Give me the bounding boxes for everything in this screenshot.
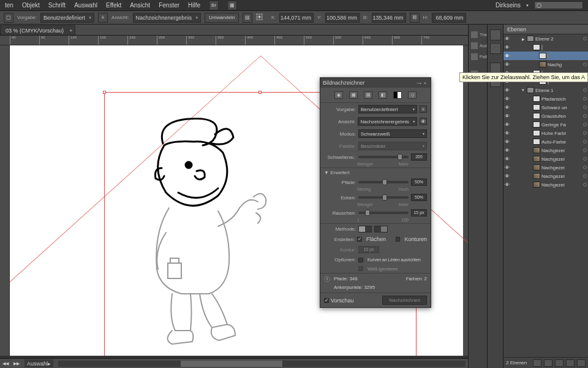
layer-name[interactable]: Ebene 1 [535, 88, 582, 93]
preset-menu-icon[interactable]: ≡ [420, 105, 427, 113]
layer-row[interactable]: 👁Auto-Farbe [503, 137, 588, 146]
reference-point-icon[interactable] [256, 13, 267, 22]
visibility-icon[interactable]: 👁 [503, 131, 511, 136]
preset-hi-icon[interactable]: ▦ [349, 91, 358, 99]
layer-name[interactable]: Nachgezei [541, 182, 582, 188]
collapse-icon[interactable]: −• [416, 80, 422, 86]
visibility-icon[interactable]: 👁 [503, 139, 511, 145]
trace-button[interactable]: Nachzeichnen [382, 296, 427, 305]
expand-button[interactable]: Umwandeln [205, 13, 239, 23]
layer-name[interactable]: Schwarz un [541, 105, 582, 110]
target-icon[interactable] [548, 53, 549, 59]
visibility-icon[interactable]: 👁 [503, 148, 511, 153]
layer-name[interactable]: Nachgezei [541, 148, 582, 153]
y-input[interactable]: 100,586 mm [325, 13, 360, 23]
swatches-icon[interactable] [490, 43, 501, 54]
visibility-icon[interactable]: 👁 [503, 45, 511, 50]
strokes-checkbox[interactable] [396, 237, 401, 242]
dock-transform[interactable]: Transformieren [469, 29, 487, 39]
layer-row[interactable]: 👁Nachg [503, 60, 588, 69]
layer-name[interactable]: Geringe Fa [541, 122, 582, 128]
menu-item[interactable]: Auswahl [74, 2, 97, 9]
search-input[interactable] [534, 1, 583, 9]
layer-name[interactable]: Nachgezei [541, 165, 582, 171]
visibility-icon[interactable]: 👁 [503, 165, 511, 171]
target-icon[interactable] [583, 105, 587, 109]
clip-mask-icon[interactable] [544, 359, 552, 367]
corners-value[interactable]: 50% [411, 194, 427, 201]
layer-name[interactable]: Pfadansich [541, 96, 582, 102]
target-icon[interactable] [583, 114, 587, 118]
menu-item[interactable]: Effekt [106, 2, 121, 9]
visibility-icon[interactable]: 👁 [503, 182, 511, 188]
nav-prev-icon[interactable]: ◀◀ [2, 361, 9, 366]
trace-mode-dropdown[interactable]: Schwarzweiß [358, 129, 427, 138]
new-layer-icon[interactable] [566, 359, 575, 367]
preset-bw-icon[interactable] [393, 91, 402, 99]
layer-name[interactable]: Nachgezei [541, 174, 582, 179]
h-input[interactable]: 68,609 mm [432, 13, 466, 23]
corners-slider[interactable] [358, 196, 409, 199]
target-icon[interactable] [583, 148, 587, 152]
menu-item[interactable]: Ansicht [130, 2, 150, 9]
preset-lo-icon[interactable]: ▤ [364, 91, 372, 99]
target-icon[interactable] [583, 157, 587, 161]
paths-value[interactable]: 50% [411, 178, 427, 186]
menu-item[interactable]: Fenster [159, 2, 179, 9]
layout-icon[interactable]: ▦ [227, 1, 237, 10]
target-icon[interactable] [583, 140, 587, 144]
target-icon[interactable] [583, 183, 587, 186]
close-icon[interactable]: × [422, 80, 428, 86]
visibility-icon[interactable]: 👁 [503, 174, 511, 179]
preset-dropdown[interactable]: Benutzerdefiniert [40, 13, 94, 23]
layer-name[interactable]: Hohe Farbt [541, 131, 582, 136]
fills-checkbox[interactable] [357, 237, 362, 242]
locate-icon[interactable] [533, 359, 541, 367]
visibility-icon[interactable]: 👁 [503, 156, 511, 162]
target-icon[interactable] [583, 174, 587, 178]
disclosure-icon[interactable]: ▼ [521, 88, 526, 92]
advanced-section[interactable]: ▼ Erweitert [320, 167, 431, 177]
link-wh-icon[interactable]: ⛓ [410, 13, 420, 23]
layer-row[interactable]: 👁Nachgezei [503, 172, 588, 180]
status-selection[interactable]: Auswahl ▸ [24, 359, 53, 367]
scrollbar-thumb[interactable] [181, 361, 282, 367]
visibility-icon[interactable]: 👁 [503, 36, 511, 42]
visibility-icon[interactable]: 👁 [503, 96, 511, 102]
paths-slider[interactable] [358, 181, 409, 183]
panel-header[interactable]: Bildnachzeichner −• × [320, 78, 431, 88]
layer-name[interactable]: Nachg [548, 62, 582, 67]
workspace-switcher[interactable]: Dirkseins [496, 2, 521, 9]
scrollbar-horizontal[interactable] [58, 361, 466, 367]
eye-icon[interactable]: 👁 [420, 118, 427, 125]
layer-row[interactable]: 👁Geringe Fa [503, 120, 588, 129]
view-dropdown[interactable]: Nachzeichnenergebnis [133, 13, 202, 23]
threshold-value[interactable]: 205 [411, 153, 427, 161]
preset-auto-icon[interactable]: ◉ [334, 91, 343, 99]
visibility-icon[interactable]: 👁 [503, 122, 511, 128]
ruler-horizontal[interactable]: 4090140190240290340390440490540590640690… [0, 36, 468, 45]
layer-row[interactable]: 👁Schwarz un [503, 103, 588, 112]
layer-name[interactable]: Ebene 2 [535, 36, 582, 42]
menu-item[interactable]: Objekt [22, 2, 40, 9]
ruler-vertical[interactable] [0, 45, 10, 356]
visibility-icon[interactable]: 👁 [503, 53, 511, 59]
trace-panel-icon[interactable]: ▤ [243, 13, 252, 23]
preset-outline-icon[interactable]: ◇ [408, 91, 417, 99]
x-input[interactable]: 144,071 mm [279, 13, 314, 23]
noise-slider[interactable] [358, 212, 409, 214]
layer-row[interactable]: 👁Graustufen [503, 112, 588, 120]
method-toggle-abutting[interactable] [358, 226, 372, 232]
visibility-icon[interactable]: 👁 [503, 113, 511, 119]
layer-row[interactable]: 👁 [503, 52, 588, 60]
disclosure-icon[interactable]: ▶ [521, 37, 526, 41]
target-icon[interactable] [583, 131, 587, 135]
color-icon[interactable] [490, 29, 501, 40]
layer-row[interactable]: 👁Nachgezei [503, 180, 588, 189]
app-icon[interactable]: Br [209, 1, 219, 10]
visibility-icon[interactable]: 👁 [503, 88, 511, 93]
target-icon[interactable] [583, 97, 587, 101]
layer-name[interactable] [548, 53, 587, 59]
layer-row[interactable]: 👁Hohe Farbt [503, 129, 588, 137]
visibility-icon[interactable]: 👁 [503, 105, 511, 110]
